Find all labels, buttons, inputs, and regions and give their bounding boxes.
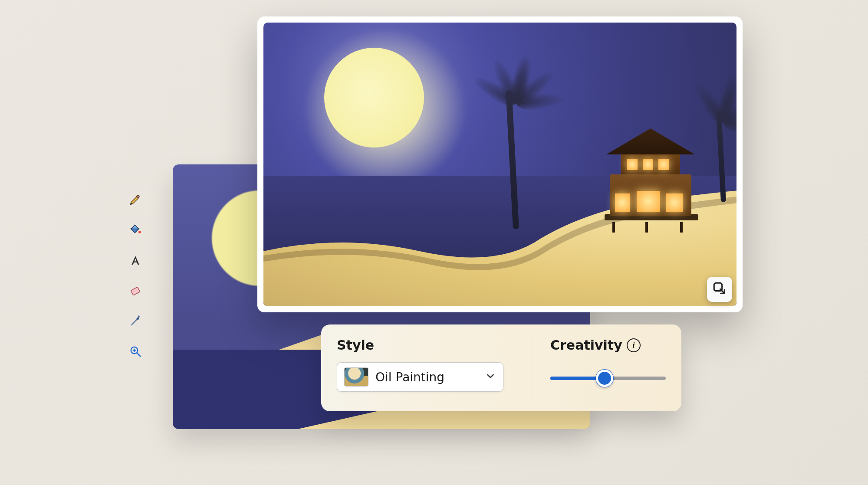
info-icon[interactable]: i: [627, 338, 641, 352]
eraser-tool[interactable]: [127, 282, 144, 299]
paint-bucket-icon: [129, 223, 142, 236]
result-canvas: [257, 16, 743, 312]
chevron-down-icon: [485, 370, 496, 383]
style-selected-value: Oil Painting: [375, 370, 478, 384]
creativity-label: Creativity i: [550, 338, 666, 353]
fill-tool[interactable]: [127, 221, 144, 239]
toolbar: [127, 191, 144, 360]
cocreator-controls: Style Oil Painting Creativity i: [321, 324, 681, 411]
svg-point-0: [138, 231, 141, 233]
creativity-slider[interactable]: [550, 372, 666, 385]
text-icon: [129, 254, 142, 267]
result-image: [263, 23, 736, 306]
pencil-icon: [129, 193, 142, 206]
zoom-tool[interactable]: [127, 343, 144, 360]
svg-rect-1: [131, 287, 140, 295]
expand-icon: [712, 281, 727, 298]
svg-line-3: [137, 353, 141, 357]
style-dropdown[interactable]: Oil Painting: [337, 362, 503, 392]
eyedropper-tool[interactable]: [127, 312, 144, 330]
style-thumbnail: [344, 367, 368, 387]
divider: [535, 337, 535, 399]
magnifier-icon: [129, 345, 142, 358]
style-label: Style: [337, 338, 519, 353]
slider-thumb[interactable]: [596, 370, 613, 387]
beach-house: [598, 148, 702, 226]
pencil-tool[interactable]: [127, 191, 144, 208]
eyedropper-icon: [129, 315, 142, 328]
text-tool[interactable]: [127, 252, 144, 269]
expand-button[interactable]: [707, 277, 732, 302]
eraser-icon: [129, 284, 142, 297]
